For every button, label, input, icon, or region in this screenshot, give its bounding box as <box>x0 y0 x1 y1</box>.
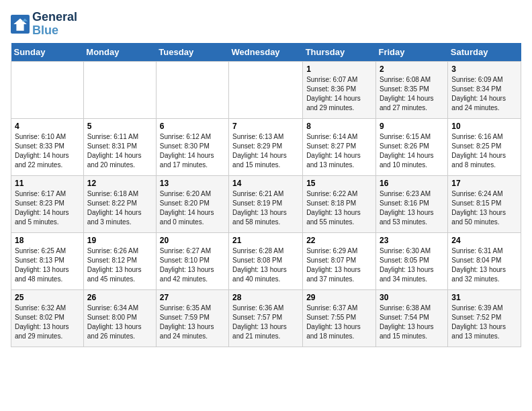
day-info: Sunrise: 6:36 AM Sunset: 7:57 PM Dayligh… <box>232 304 299 341</box>
header-cell-friday: Friday <box>375 43 447 62</box>
day-info: Sunrise: 6:08 AM Sunset: 8:35 PM Dayligh… <box>380 75 444 113</box>
calendar-cell: 4Sunrise: 6:10 AM Sunset: 8:33 PM Daylig… <box>11 118 84 175</box>
day-info: Sunrise: 6:12 AM Sunset: 8:30 PM Dayligh… <box>160 132 225 170</box>
day-info: Sunrise: 6:20 AM Sunset: 8:20 PM Dayligh… <box>160 189 225 227</box>
day-number: 14 <box>232 179 299 188</box>
week-row-4: 18Sunrise: 6:25 AM Sunset: 8:13 PM Dayli… <box>11 232 521 289</box>
day-number: 8 <box>306 122 372 131</box>
day-number: 16 <box>380 179 444 188</box>
day-number: 5 <box>87 122 152 131</box>
day-number: 26 <box>87 293 152 302</box>
day-info: Sunrise: 6:09 AM Sunset: 8:34 PM Dayligh… <box>451 75 517 113</box>
header-cell-thursday: Thursday <box>303 43 376 62</box>
calendar-cell: 23Sunrise: 6:30 AM Sunset: 8:05 PM Dayli… <box>375 232 447 289</box>
day-info: Sunrise: 6:35 AM Sunset: 7:59 PM Dayligh… <box>160 304 225 341</box>
calendar-cell: 3Sunrise: 6:09 AM Sunset: 8:34 PM Daylig… <box>448 61 521 118</box>
calendar-cell: 13Sunrise: 6:20 AM Sunset: 8:20 PM Dayli… <box>156 175 228 232</box>
day-number: 24 <box>451 236 517 245</box>
day-number: 2 <box>380 64 444 74</box>
day-number: 25 <box>15 293 80 302</box>
calendar-cell: 22Sunrise: 6:29 AM Sunset: 8:07 PM Dayli… <box>303 232 376 289</box>
calendar-cell <box>11 61 84 118</box>
day-info: Sunrise: 6:30 AM Sunset: 8:05 PM Dayligh… <box>380 246 444 284</box>
day-number: 7 <box>232 122 299 131</box>
header-cell-saturday: Saturday <box>448 43 521 62</box>
logo-line2: Blue <box>32 24 58 37</box>
day-number: 3 <box>451 64 517 74</box>
logo-line1: GeneralBlue <box>32 11 77 38</box>
calendar-cell <box>156 61 228 118</box>
day-info: Sunrise: 6:22 AM Sunset: 8:18 PM Dayligh… <box>306 189 372 227</box>
calendar-cell: 19Sunrise: 6:26 AM Sunset: 8:12 PM Dayli… <box>83 232 156 289</box>
day-number: 29 <box>306 293 372 302</box>
header-cell-tuesday: Tuesday <box>156 43 228 62</box>
week-row-3: 11Sunrise: 6:17 AM Sunset: 8:23 PM Dayli… <box>11 175 521 232</box>
calendar-cell: 24Sunrise: 6:31 AM Sunset: 8:04 PM Dayli… <box>448 232 521 289</box>
calendar-body: 1Sunrise: 6:07 AM Sunset: 8:36 PM Daylig… <box>11 61 521 347</box>
logo: GeneralBlue <box>11 11 77 38</box>
calendar-cell: 28Sunrise: 6:36 AM Sunset: 7:57 PM Dayli… <box>229 289 303 347</box>
calendar-cell: 20Sunrise: 6:27 AM Sunset: 8:10 PM Dayli… <box>156 232 228 289</box>
calendar-cell: 11Sunrise: 6:17 AM Sunset: 8:23 PM Dayli… <box>11 175 84 232</box>
calendar-cell: 6Sunrise: 6:12 AM Sunset: 8:30 PM Daylig… <box>156 118 228 175</box>
calendar-cell: 1Sunrise: 6:07 AM Sunset: 8:36 PM Daylig… <box>303 61 376 118</box>
day-info: Sunrise: 6:37 AM Sunset: 7:55 PM Dayligh… <box>306 304 372 341</box>
header-cell-monday: Monday <box>83 43 156 62</box>
calendar-cell: 25Sunrise: 6:32 AM Sunset: 8:02 PM Dayli… <box>11 289 84 347</box>
day-info: Sunrise: 6:07 AM Sunset: 8:36 PM Dayligh… <box>306 75 372 113</box>
calendar-cell: 17Sunrise: 6:24 AM Sunset: 8:15 PM Dayli… <box>448 175 521 232</box>
calendar-cell <box>229 61 303 118</box>
header-cell-wednesday: Wednesday <box>229 43 303 62</box>
day-number: 22 <box>306 236 372 245</box>
day-info: Sunrise: 6:38 AM Sunset: 7:54 PM Dayligh… <box>380 304 444 341</box>
calendar-cell: 27Sunrise: 6:35 AM Sunset: 7:59 PM Dayli… <box>156 289 228 347</box>
day-info: Sunrise: 6:24 AM Sunset: 8:15 PM Dayligh… <box>451 189 517 227</box>
header-cell-sunday: Sunday <box>11 43 84 62</box>
calendar-cell: 10Sunrise: 6:16 AM Sunset: 8:25 PM Dayli… <box>448 118 521 175</box>
day-info: Sunrise: 6:27 AM Sunset: 8:10 PM Dayligh… <box>160 246 225 284</box>
calendar-cell: 31Sunrise: 6:39 AM Sunset: 7:52 PM Dayli… <box>448 289 521 347</box>
day-info: Sunrise: 6:17 AM Sunset: 8:23 PM Dayligh… <box>15 189 80 227</box>
calendar-table: SundayMondayTuesdayWednesdayThursdayFrid… <box>11 43 521 347</box>
day-number: 1 <box>306 64 372 74</box>
day-info: Sunrise: 6:10 AM Sunset: 8:33 PM Dayligh… <box>15 132 80 170</box>
header-row: SundayMondayTuesdayWednesdayThursdayFrid… <box>11 43 521 62</box>
calendar-cell: 7Sunrise: 6:13 AM Sunset: 8:29 PM Daylig… <box>229 118 303 175</box>
logo-icon <box>11 15 30 34</box>
calendar-cell: 9Sunrise: 6:15 AM Sunset: 8:26 PM Daylig… <box>375 118 447 175</box>
page-header: GeneralBlue <box>11 11 521 38</box>
calendar-cell: 5Sunrise: 6:11 AM Sunset: 8:31 PM Daylig… <box>83 118 156 175</box>
day-number: 13 <box>160 179 225 188</box>
day-info: Sunrise: 6:15 AM Sunset: 8:26 PM Dayligh… <box>380 132 444 170</box>
day-number: 21 <box>232 236 299 245</box>
day-number: 10 <box>451 122 517 131</box>
calendar-header: SundayMondayTuesdayWednesdayThursdayFrid… <box>11 43 521 62</box>
day-number: 11 <box>15 179 80 188</box>
day-number: 15 <box>306 179 372 188</box>
calendar-cell: 29Sunrise: 6:37 AM Sunset: 7:55 PM Dayli… <box>303 289 376 347</box>
calendar-cell: 14Sunrise: 6:21 AM Sunset: 8:19 PM Dayli… <box>229 175 303 232</box>
day-info: Sunrise: 6:32 AM Sunset: 8:02 PM Dayligh… <box>15 304 80 341</box>
day-info: Sunrise: 6:16 AM Sunset: 8:25 PM Dayligh… <box>451 132 517 170</box>
day-number: 12 <box>87 179 152 188</box>
day-info: Sunrise: 6:11 AM Sunset: 8:31 PM Dayligh… <box>87 132 152 170</box>
calendar-cell <box>83 61 156 118</box>
logo-text: GeneralBlue <box>32 11 77 38</box>
day-number: 20 <box>160 236 225 245</box>
day-info: Sunrise: 6:13 AM Sunset: 8:29 PM Dayligh… <box>232 132 299 170</box>
calendar-cell: 18Sunrise: 6:25 AM Sunset: 8:13 PM Dayli… <box>11 232 84 289</box>
day-info: Sunrise: 6:39 AM Sunset: 7:52 PM Dayligh… <box>451 304 517 341</box>
week-row-1: 1Sunrise: 6:07 AM Sunset: 8:36 PM Daylig… <box>11 61 521 118</box>
day-number: 28 <box>232 293 299 302</box>
day-info: Sunrise: 6:31 AM Sunset: 8:04 PM Dayligh… <box>451 246 517 284</box>
calendar-cell: 15Sunrise: 6:22 AM Sunset: 8:18 PM Dayli… <box>303 175 376 232</box>
day-number: 23 <box>380 236 444 245</box>
calendar-cell: 30Sunrise: 6:38 AM Sunset: 7:54 PM Dayli… <box>375 289 447 347</box>
day-number: 27 <box>160 293 225 302</box>
day-info: Sunrise: 6:28 AM Sunset: 8:08 PM Dayligh… <box>232 246 299 284</box>
day-number: 18 <box>15 236 80 245</box>
day-info: Sunrise: 6:14 AM Sunset: 8:27 PM Dayligh… <box>306 132 372 170</box>
day-info: Sunrise: 6:29 AM Sunset: 8:07 PM Dayligh… <box>306 246 372 284</box>
day-info: Sunrise: 6:25 AM Sunset: 8:13 PM Dayligh… <box>15 246 80 284</box>
week-row-2: 4Sunrise: 6:10 AM Sunset: 8:33 PM Daylig… <box>11 118 521 175</box>
